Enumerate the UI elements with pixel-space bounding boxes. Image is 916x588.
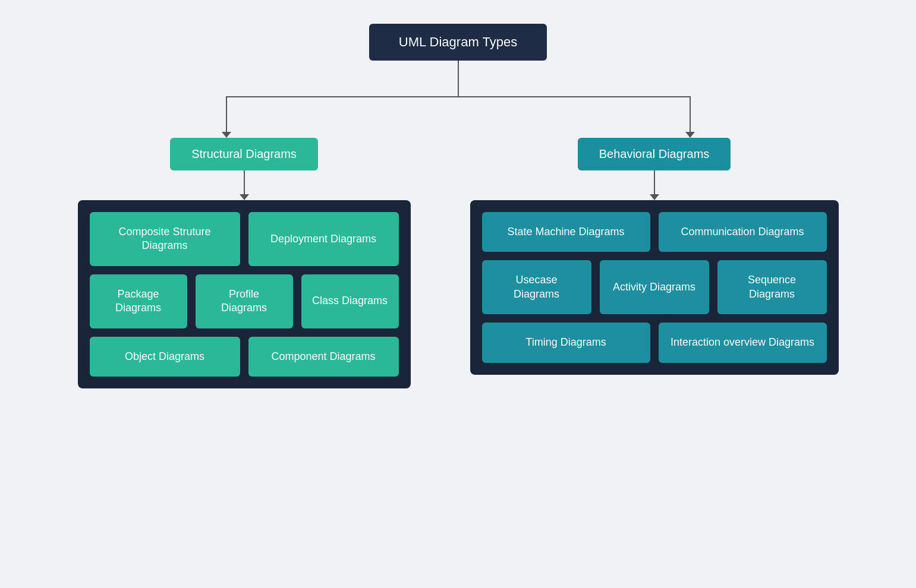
structural-branch: Structural Diagrams Composite Struture D… (78, 138, 411, 388)
diagram-container: UML Diagram Types Structural Diagrams (0, 0, 916, 588)
behavioral-arrow (650, 194, 659, 200)
leaf-package: Package Diagrams (90, 274, 187, 328)
leaf-timing: Timing Diagrams (482, 323, 650, 362)
leaf-deployment: Deployment Diagrams (248, 212, 399, 266)
leaf-class: Class Diagrams (301, 274, 399, 328)
root-node: UML Diagram Types (369, 24, 547, 61)
leaf-activity: Activity Diagrams (600, 260, 709, 314)
structural-arrow (240, 194, 249, 200)
leaf-profile: Profile Diagrams (196, 274, 293, 328)
structural-v-line (244, 170, 245, 194)
behavioral-node: Behavioral Diagrams (578, 138, 731, 170)
leaf-composite: Composite Struture Diagrams (90, 212, 240, 266)
leaf-usecase: Usecase Diagrams (482, 260, 591, 314)
behavioral-v-line (654, 170, 655, 194)
behavioral-panel: State Machine Diagrams Communication Dia… (470, 200, 839, 375)
leaf-communication: Communication Diagrams (659, 212, 827, 252)
branches: Structural Diagrams Composite Struture D… (78, 138, 839, 388)
structural-panel: Composite Struture Diagrams Deployment D… (78, 200, 411, 388)
leaf-component: Component Diagrams (248, 337, 399, 377)
leaf-sequence: Sequence Diagrams (717, 260, 827, 314)
leaf-interaction-overview: Interaction overview Diagrams (659, 323, 827, 362)
leaf-state-machine: State Machine Diagrams (482, 212, 650, 252)
behavioral-branch: Behavioral Diagrams State Machine Diagra… (470, 138, 839, 375)
root-v-line (458, 61, 459, 96)
leaf-object: Object Diagrams (90, 337, 240, 377)
structural-node: Structural Diagrams (170, 138, 318, 170)
